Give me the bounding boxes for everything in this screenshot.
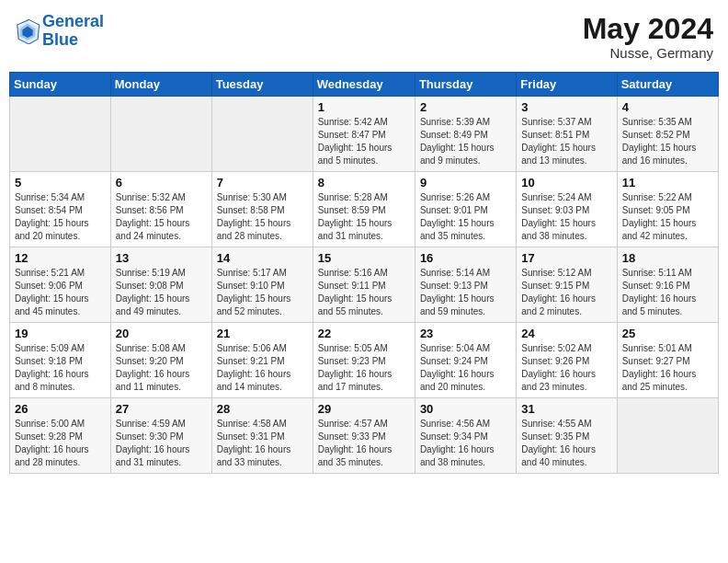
calendar-cell: 29Sunrise: 4:57 AM Sunset: 9:33 PM Dayli…	[313, 398, 415, 474]
day-info: Sunrise: 5:42 AM Sunset: 8:47 PM Dayligh…	[318, 116, 411, 167]
day-info: Sunrise: 5:28 AM Sunset: 8:59 PM Dayligh…	[318, 191, 411, 243]
calendar-cell: 31Sunrise: 4:55 AM Sunset: 9:35 PM Dayli…	[517, 398, 617, 474]
week-row-4: 19Sunrise: 5:09 AM Sunset: 9:18 PM Dayli…	[10, 323, 719, 398]
day-info: Sunrise: 5:16 AM Sunset: 9:11 PM Dayligh…	[318, 267, 411, 318]
calendar-cell: 13Sunrise: 5:19 AM Sunset: 9:08 PM Dayli…	[110, 247, 211, 323]
weekday-header-row: SundayMondayTuesdayWednesdayThursdayFrid…	[10, 73, 719, 97]
calendar-cell: 16Sunrise: 5:14 AM Sunset: 9:13 PM Dayli…	[415, 247, 516, 323]
calendar-cell: 17Sunrise: 5:12 AM Sunset: 9:15 PM Dayli…	[517, 247, 617, 323]
day-number: 15	[318, 251, 411, 265]
calendar-cell: 14Sunrise: 5:17 AM Sunset: 9:10 PM Dayli…	[211, 247, 313, 323]
calendar-cell: 5Sunrise: 5:34 AM Sunset: 8:54 PM Daylig…	[10, 172, 111, 247]
calendar-cell: 25Sunrise: 5:01 AM Sunset: 9:27 PM Dayli…	[617, 323, 718, 398]
day-info: Sunrise: 5:21 AM Sunset: 9:06 PM Dayligh…	[15, 267, 107, 318]
calendar-cell: 10Sunrise: 5:24 AM Sunset: 9:03 PM Dayli…	[517, 172, 617, 247]
day-info: Sunrise: 5:04 AM Sunset: 9:24 PM Dayligh…	[420, 342, 512, 394]
calendar-cell: 23Sunrise: 5:04 AM Sunset: 9:24 PM Dayli…	[415, 323, 516, 398]
day-number: 7	[217, 176, 309, 190]
day-number: 21	[217, 327, 309, 340]
day-number: 31	[521, 402, 612, 416]
day-number: 16	[420, 251, 512, 265]
calendar-cell: 8Sunrise: 5:28 AM Sunset: 8:59 PM Daylig…	[313, 172, 415, 247]
day-info: Sunrise: 5:26 AM Sunset: 9:01 PM Dayligh…	[420, 191, 512, 243]
logo-icon	[15, 18, 40, 44]
title-block: May 2024 Nusse, Germany	[583, 13, 713, 61]
calendar-cell: 9Sunrise: 5:26 AM Sunset: 9:01 PM Daylig…	[415, 172, 516, 247]
day-info: Sunrise: 5:35 AM Sunset: 8:52 PM Dayligh…	[622, 116, 714, 167]
day-info: Sunrise: 4:59 AM Sunset: 9:30 PM Dayligh…	[116, 418, 208, 469]
day-number: 23	[420, 327, 512, 340]
day-number: 11	[622, 176, 714, 190]
day-info: Sunrise: 5:11 AM Sunset: 9:16 PM Dayligh…	[622, 267, 714, 318]
day-number: 22	[318, 327, 411, 340]
day-info: Sunrise: 5:32 AM Sunset: 8:56 PM Dayligh…	[116, 191, 208, 243]
calendar-table: SundayMondayTuesdayWednesdayThursdayFrid…	[9, 72, 719, 474]
weekday-header-monday: Monday	[110, 73, 211, 97]
calendar-cell	[10, 97, 111, 172]
calendar-cell: 26Sunrise: 5:00 AM Sunset: 9:28 PM Dayli…	[10, 398, 111, 474]
day-number: 27	[116, 402, 208, 416]
day-number: 17	[521, 251, 612, 265]
day-number: 4	[622, 100, 714, 114]
weekday-header-friday: Friday	[517, 73, 617, 97]
day-number: 18	[622, 251, 714, 265]
calendar-cell: 15Sunrise: 5:16 AM Sunset: 9:11 PM Dayli…	[313, 247, 415, 323]
logo: General Blue	[15, 13, 104, 50]
calendar-cell: 4Sunrise: 5:35 AM Sunset: 8:52 PM Daylig…	[617, 97, 718, 172]
day-info: Sunrise: 5:08 AM Sunset: 9:20 PM Dayligh…	[116, 342, 208, 394]
calendar-cell: 12Sunrise: 5:21 AM Sunset: 9:06 PM Dayli…	[10, 247, 111, 323]
day-info: Sunrise: 4:57 AM Sunset: 9:33 PM Dayligh…	[318, 418, 411, 469]
calendar-cell: 27Sunrise: 4:59 AM Sunset: 9:30 PM Dayli…	[110, 398, 211, 474]
day-info: Sunrise: 5:34 AM Sunset: 8:54 PM Dayligh…	[15, 191, 107, 243]
week-row-3: 12Sunrise: 5:21 AM Sunset: 9:06 PM Dayli…	[10, 247, 719, 323]
day-info: Sunrise: 5:24 AM Sunset: 9:03 PM Dayligh…	[521, 191, 612, 243]
page-header: General Blue May 2024 Nusse, Germany	[9, 9, 719, 64]
day-number: 10	[521, 176, 612, 190]
calendar-cell: 28Sunrise: 4:58 AM Sunset: 9:31 PM Dayli…	[211, 398, 313, 474]
calendar-cell: 6Sunrise: 5:32 AM Sunset: 8:56 PM Daylig…	[110, 172, 211, 247]
day-number: 3	[521, 100, 612, 114]
day-info: Sunrise: 5:14 AM Sunset: 9:13 PM Dayligh…	[420, 267, 512, 318]
day-number: 9	[420, 176, 512, 190]
day-info: Sunrise: 5:01 AM Sunset: 9:27 PM Dayligh…	[622, 342, 714, 394]
day-info: Sunrise: 5:39 AM Sunset: 8:49 PM Dayligh…	[420, 116, 512, 167]
week-row-5: 26Sunrise: 5:00 AM Sunset: 9:28 PM Dayli…	[10, 398, 719, 474]
calendar-cell	[211, 97, 313, 172]
calendar-cell: 3Sunrise: 5:37 AM Sunset: 8:51 PM Daylig…	[517, 97, 617, 172]
day-number: 20	[116, 327, 208, 340]
day-info: Sunrise: 5:37 AM Sunset: 8:51 PM Dayligh…	[521, 116, 612, 167]
calendar-cell: 1Sunrise: 5:42 AM Sunset: 8:47 PM Daylig…	[313, 97, 415, 172]
calendar-cell: 30Sunrise: 4:56 AM Sunset: 9:34 PM Dayli…	[415, 398, 516, 474]
day-info: Sunrise: 5:22 AM Sunset: 9:05 PM Dayligh…	[622, 191, 714, 243]
day-info: Sunrise: 4:58 AM Sunset: 9:31 PM Dayligh…	[217, 418, 309, 469]
day-info: Sunrise: 5:12 AM Sunset: 9:15 PM Dayligh…	[521, 267, 612, 318]
weekday-header-wednesday: Wednesday	[313, 73, 415, 97]
calendar-cell: 7Sunrise: 5:30 AM Sunset: 8:58 PM Daylig…	[211, 172, 313, 247]
day-number: 28	[217, 402, 309, 416]
day-info: Sunrise: 5:02 AM Sunset: 9:26 PM Dayligh…	[521, 342, 612, 394]
day-number: 13	[116, 251, 208, 265]
calendar-cell: 21Sunrise: 5:06 AM Sunset: 9:21 PM Dayli…	[211, 323, 313, 398]
calendar-cell: 2Sunrise: 5:39 AM Sunset: 8:49 PM Daylig…	[415, 97, 516, 172]
day-info: Sunrise: 5:09 AM Sunset: 9:18 PM Dayligh…	[15, 342, 107, 394]
day-info: Sunrise: 4:56 AM Sunset: 9:34 PM Dayligh…	[420, 418, 512, 469]
calendar-cell: 11Sunrise: 5:22 AM Sunset: 9:05 PM Dayli…	[617, 172, 718, 247]
calendar-cell: 19Sunrise: 5:09 AM Sunset: 9:18 PM Dayli…	[10, 323, 111, 398]
day-number: 25	[622, 327, 714, 340]
weekday-header-thursday: Thursday	[415, 73, 516, 97]
month-year: May 2024	[583, 13, 713, 45]
day-number: 26	[15, 402, 107, 416]
calendar-cell	[110, 97, 211, 172]
day-number: 5	[15, 176, 107, 190]
day-number: 24	[521, 327, 612, 340]
day-number: 2	[420, 100, 512, 114]
weekday-header-saturday: Saturday	[617, 73, 718, 97]
calendar-cell: 18Sunrise: 5:11 AM Sunset: 9:16 PM Dayli…	[617, 247, 718, 323]
day-number: 19	[15, 327, 107, 340]
weekday-header-tuesday: Tuesday	[211, 73, 313, 97]
day-info: Sunrise: 5:00 AM Sunset: 9:28 PM Dayligh…	[15, 418, 107, 469]
day-number: 6	[116, 176, 208, 190]
day-info: Sunrise: 4:55 AM Sunset: 9:35 PM Dayligh…	[521, 418, 612, 469]
day-info: Sunrise: 5:17 AM Sunset: 9:10 PM Dayligh…	[217, 267, 309, 318]
location: Nusse, Germany	[583, 45, 713, 61]
